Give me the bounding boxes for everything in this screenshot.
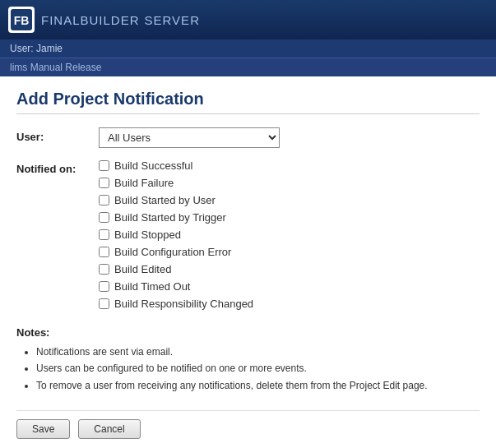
checkbox-label-build-config-error: Build Configuration Error [114,246,231,258]
checkbox-list: Build Successful Build Failure Build Sta… [99,159,480,310]
checkbox-build-edited[interactable] [99,264,109,275]
cancel-button[interactable]: Cancel [78,419,140,439]
checkbox-build-responsibility[interactable] [99,298,109,309]
notes-title: Notes: [16,326,480,339]
user-control: All Users Jamie Admin [99,127,480,148]
user-row: User: All Users Jamie Admin [16,127,480,148]
save-button[interactable]: Save [16,419,70,439]
user-select[interactable]: All Users Jamie Admin [99,127,280,148]
svg-text:FB: FB [14,14,30,27]
checkbox-build-started-user[interactable] [99,195,109,206]
note-item-3: To remove a user from receiving any noti… [36,377,480,394]
notified-label: Notified on: [16,159,99,175]
checkbox-build-stopped[interactable] [99,229,109,240]
checkbox-item-build-timed-out[interactable]: Build Timed Out [99,280,480,293]
nav-bar: User: Jamie lims Manual Release [0,39,496,76]
main-content: Add Project Notification User: All Users… [0,76,496,448]
checkbox-build-started-trigger[interactable] [99,212,109,223]
page-title: Add Project Notification [16,90,480,114]
app-header: FB FINALBUILDER Server [0,0,496,39]
button-row: Save Cancel [16,410,480,447]
checkbox-label-build-edited: Build Edited [114,263,171,275]
checkbox-list-container: Build Successful Build Failure Build Sta… [99,159,480,310]
checkbox-label-build-stopped: Build Stopped [114,229,181,241]
checkbox-item-build-responsibility[interactable]: Build Responsibility Changed [99,298,480,310]
checkbox-build-successful[interactable] [99,160,109,171]
breadcrumb: lims Manual Release [0,58,496,76]
checkbox-build-config-error[interactable] [99,247,109,257]
app-name: FINALBUILDER Server [41,12,200,29]
checkbox-item-build-successful[interactable]: Build Successful [99,159,480,172]
checkbox-label-build-responsibility: Build Responsibility Changed [114,298,253,310]
logo-icon: FB [10,8,33,31]
checkbox-label-build-started-trigger: Build Started by Trigger [114,211,226,224]
checkbox-build-failure[interactable] [99,178,109,188]
nav-user: User: Jamie [0,39,496,58]
checkbox-label-build-started-user: Build Started by User [114,194,216,206]
notes-section: Notes: Notifications are sent via email.… [16,326,480,394]
note-item-1: Notifications are sent via email. [36,344,480,360]
checkbox-label-build-successful: Build Successful [114,159,192,172]
checkbox-item-build-stopped[interactable]: Build Stopped [99,229,480,241]
checkbox-label-build-failure: Build Failure [114,177,174,189]
checkbox-item-build-started-trigger[interactable]: Build Started by Trigger [99,211,480,224]
checkbox-item-build-started-user[interactable]: Build Started by User [99,194,480,206]
checkbox-item-build-config-error[interactable]: Build Configuration Error [99,246,480,258]
note-item-2: Users can be configured to be notified o… [36,360,480,376]
logo: FB FINALBUILDER Server [8,7,200,33]
logo-box: FB [8,7,35,33]
notes-list: Notifications are sent via email. Users … [16,344,480,394]
checkbox-build-timed-out[interactable] [99,281,109,292]
user-label: User: [16,127,99,143]
checkbox-item-build-edited[interactable]: Build Edited [99,263,480,275]
form: User: All Users Jamie Admin Notified on:… [16,127,480,310]
checkbox-item-build-failure[interactable]: Build Failure [99,177,480,189]
checkbox-label-build-timed-out: Build Timed Out [114,280,191,293]
notified-row: Notified on: Build Successful Build Fail… [16,159,480,310]
